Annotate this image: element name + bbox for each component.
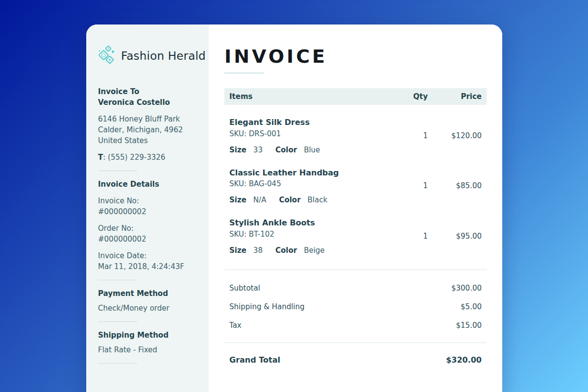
page-background: { "background": { "gradient_start": "#01…	[0, 0, 588, 392]
color-label: Color	[279, 196, 300, 204]
shipping-method-heading: Shipping Method	[98, 330, 197, 341]
title-underline	[224, 73, 264, 74]
summary-section: Subtotal $300.00 Shipping & Handling $5.…	[224, 279, 487, 335]
shipping-method-value: Flat Rate - Fixed	[98, 344, 197, 355]
invoice-date-value: Mar 11, 2018, 4:24:43F	[98, 261, 197, 272]
item-info: Classic Leather Handbag SKU: BAG-045 Siz…	[229, 168, 384, 205]
customer-phone: T: (555) 229-3326	[98, 152, 197, 163]
customer-name: Veronica Costello	[98, 97, 197, 108]
size-value: 38	[253, 246, 263, 255]
brand-logo-icon	[98, 45, 117, 67]
sidebar-divider	[98, 171, 137, 171]
item-sku: SKU: BT-102	[229, 230, 384, 239]
shipping-row: Shipping & Handling $5.00	[224, 297, 487, 316]
item-info: Stylish Ankle Boots SKU: BT-102 Size38Co…	[229, 218, 384, 255]
brand: Fashion Herald	[98, 45, 197, 67]
item-sku: SKU: DRS-001	[229, 129, 384, 138]
item-attributes: SizeN/AColorBlack	[229, 196, 384, 204]
invoice-to-section: Invoice To Veronica Costello 6146 Honey …	[98, 86, 197, 171]
shipping-value: $5.00	[428, 302, 482, 311]
item-qty: 1	[384, 181, 428, 190]
invoice-card: Fashion Herald Invoice To Veronica Coste…	[86, 24, 502, 392]
item-name: Stylish Ankle Boots	[229, 218, 384, 228]
item-attributes: Size33ColorBlue	[229, 146, 384, 154]
item-name: Elegant Silk Dress	[229, 117, 384, 128]
tax-value: $15.00	[428, 321, 482, 330]
grand-total-row: Grand Total $320.00	[224, 349, 487, 371]
size-label: Size	[229, 146, 246, 154]
sidebar-divider	[98, 280, 137, 280]
order-no-label: Order No:	[98, 223, 197, 234]
invoice-details-section: Invoice Details Invoice No: #000000002 O…	[98, 179, 197, 280]
invoice-date-row: Invoice Date: Mar 11, 2018, 4:24:43F	[98, 250, 197, 272]
table-row: Elegant Silk Dress SKU: DRS-001 Size33Co…	[224, 105, 487, 155]
item-qty: 1	[384, 131, 428, 140]
size-label: Size	[229, 196, 246, 204]
item-sku: SKU: BAG-045	[229, 179, 384, 188]
grand-total-label: Grand Total	[229, 355, 428, 365]
brand-name: Fashion Herald	[121, 49, 206, 62]
order-no-row: Order No: #000000002	[98, 223, 197, 245]
color-label: Color	[275, 146, 297, 154]
item-price: $120.00	[428, 131, 482, 140]
address-line: Calder, Michigan, 4962	[98, 124, 197, 135]
tax-label: Tax	[229, 321, 428, 330]
color-label: Color	[275, 246, 297, 255]
shipping-label: Shipping & Handling	[229, 302, 428, 311]
invoice-no-label: Invoice No:	[98, 196, 197, 206]
subtotal-row: Subtotal $300.00	[224, 279, 487, 297]
item-qty: 1	[384, 232, 428, 241]
sidebar: Fashion Herald Invoice To Veronica Coste…	[86, 24, 209, 392]
invoice-details-heading: Invoice Details	[98, 179, 197, 190]
subtotal-label: Subtotal	[229, 284, 428, 293]
table-row: Classic Leather Handbag SKU: BAG-045 Siz…	[224, 155, 487, 206]
table-row: Stylish Ankle Boots SKU: BT-102 Size38Co…	[224, 205, 487, 256]
invoice-to-label: Invoice To	[98, 86, 197, 97]
tax-row: Tax $15.00	[224, 316, 487, 335]
grand-total-divider	[224, 343, 487, 343]
invoice-main: INVOICE Items Qty Price Elegant Silk Dre…	[209, 24, 502, 392]
payment-method-value: Check/Money order	[98, 303, 197, 314]
size-value: N/A	[253, 196, 267, 204]
size-label: Size	[229, 246, 246, 255]
color-value: Beige	[304, 246, 324, 255]
summary-divider	[224, 270, 487, 270]
address-line: 6146 Honey Bluff Park	[98, 114, 197, 124]
shipping-method-section: Shipping Method Flat Rate - Fixed	[98, 330, 197, 364]
item-price: $95.00	[428, 232, 482, 241]
sidebar-divider	[98, 321, 137, 322]
header-items: Items	[229, 92, 384, 101]
payment-method-section: Payment Method Check/Money order	[98, 288, 197, 322]
header-price: Price	[428, 92, 482, 101]
item-name: Classic Leather Handbag	[229, 168, 384, 178]
item-info: Elegant Silk Dress SKU: DRS-001 Size33Co…	[229, 117, 384, 154]
invoice-no-row: Invoice No: #000000002	[98, 196, 197, 217]
order-no-value: #000000002	[98, 234, 197, 245]
address-line: United States	[98, 135, 197, 146]
invoice-no-value: #000000002	[98, 206, 197, 217]
item-attributes: Size38ColorBeige	[229, 246, 384, 255]
color-value: Blue	[304, 146, 320, 154]
grand-total-value: $320.00	[428, 355, 482, 365]
item-price: $85.00	[428, 181, 482, 190]
header-qty: Qty	[384, 92, 428, 101]
subtotal-value: $300.00	[428, 284, 482, 293]
invoice-date-label: Invoice Date:	[98, 250, 197, 261]
size-value: 33	[253, 146, 263, 154]
phone-number: : (555) 229-3326	[103, 153, 165, 162]
color-value: Black	[308, 196, 328, 204]
payment-method-heading: Payment Method	[98, 288, 197, 299]
sidebar-divider	[98, 363, 137, 364]
page-title: INVOICE	[224, 47, 487, 66]
items-table-header: Items Qty Price	[224, 88, 487, 105]
customer-address: 6146 Honey Bluff Park Calder, Michigan, …	[98, 114, 197, 146]
phone-label: T	[98, 153, 103, 162]
